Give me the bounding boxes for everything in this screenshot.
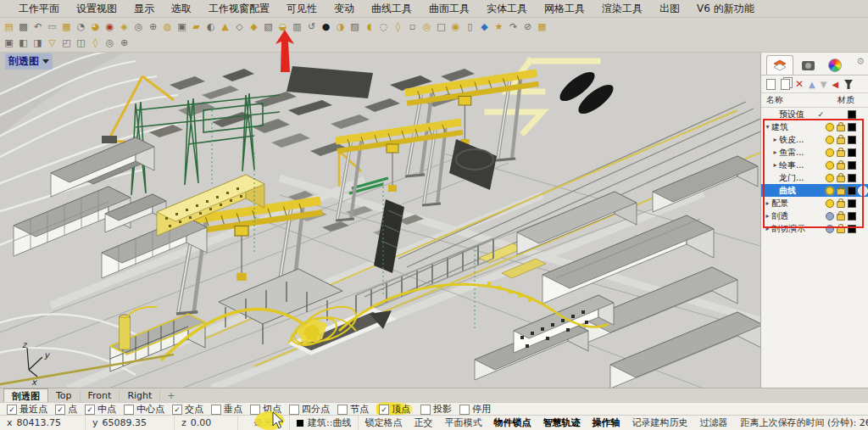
- menu-item[interactable]: 变动: [326, 0, 363, 18]
- left-arrow-icon[interactable]: ◀: [832, 80, 838, 89]
- tab-layers[interactable]: [766, 55, 793, 75]
- layer-lock-cell[interactable]: [835, 122, 846, 131]
- tool-icon[interactable]: ◆: [248, 20, 260, 34]
- checkbox[interactable]: [211, 405, 221, 415]
- bulb-icon[interactable]: [826, 148, 834, 157]
- checkbox[interactable]: [420, 405, 431, 415]
- viewport-title[interactable]: 剖透图: [5, 53, 53, 70]
- checkbox[interactable]: ✓: [55, 405, 65, 415]
- layer-expander-icon[interactable]: ▸: [764, 212, 771, 220]
- menu-item[interactable]: V6 的新功能: [688, 0, 763, 18]
- lock-icon[interactable]: [837, 214, 845, 221]
- layer-expander-icon[interactable]: ▾: [764, 123, 771, 131]
- status-toggle[interactable]: 智慧轨迹: [537, 416, 586, 429]
- osnap-item[interactable]: 中心点: [124, 403, 164, 416]
- checkbox[interactable]: ✓: [85, 405, 95, 415]
- layer-row[interactable]: ▸绘事...: [761, 159, 868, 171]
- tool-icon[interactable]: ◊: [392, 20, 404, 34]
- viewport-tab[interactable]: Front: [81, 389, 120, 402]
- tool-icon[interactable]: ◒: [276, 20, 289, 34]
- tool-icon[interactable]: ▰: [190, 20, 203, 34]
- tool-icon[interactable]: ◖: [363, 20, 376, 34]
- lock-icon[interactable]: [837, 137, 845, 144]
- tool-icon[interactable]: ◎: [132, 20, 145, 34]
- tool-icon[interactable]: ◰: [60, 36, 73, 50]
- layer-color-cell[interactable]: [846, 123, 857, 131]
- filter-icon[interactable]: [843, 79, 854, 90]
- layer-color-cell[interactable]: [846, 225, 857, 233]
- new-viewport-tab-icon[interactable]: +: [160, 390, 181, 401]
- status-toggle[interactable]: 平面模式: [438, 416, 487, 429]
- layer-visibility-cell[interactable]: [824, 212, 835, 221]
- layer-row[interactable]: ▸配景: [761, 197, 868, 209]
- layer-color-cell[interactable]: [846, 161, 857, 170]
- tool-icon[interactable]: ▦: [536, 20, 548, 34]
- osnap-item[interactable]: 停用: [459, 403, 491, 416]
- checkbox[interactable]: [124, 405, 134, 415]
- bulb-icon[interactable]: [826, 199, 834, 208]
- tool-icon[interactable]: ⊕: [147, 20, 159, 34]
- new-layer-icon[interactable]: [766, 79, 776, 90]
- tool-icon[interactable]: ▩: [17, 20, 30, 34]
- tool-icon[interactable]: ▫: [406, 20, 419, 34]
- delete-layer-icon[interactable]: ✕: [795, 79, 804, 89]
- tool-icon[interactable]: ▯: [464, 20, 476, 34]
- status-toggle[interactable]: 记录建构历史: [626, 416, 693, 429]
- osnap-item[interactable]: 节点: [337, 403, 369, 416]
- layer-visibility-cell[interactable]: [824, 148, 835, 157]
- tool-icon[interactable]: ◌: [377, 20, 390, 34]
- viewport-tab[interactable]: Right: [120, 389, 160, 402]
- tool-icon[interactable]: ◫: [75, 36, 87, 50]
- layer-color-cell[interactable]: [846, 110, 857, 119]
- tool-icon[interactable]: ▣: [3, 36, 15, 50]
- copy-layer-icon[interactable]: [781, 79, 790, 90]
- layer-color-cell[interactable]: [846, 136, 857, 144]
- layer-color-swatch[interactable]: [848, 161, 856, 170]
- layer-expander-icon[interactable]: ▸: [771, 161, 779, 169]
- osnap-item[interactable]: ✓交点: [172, 403, 203, 416]
- material-preview-icon[interactable]: [858, 186, 868, 196]
- layer-visibility-cell[interactable]: [824, 123, 835, 131]
- layer-color-cell[interactable]: [846, 148, 857, 157]
- tool-icon[interactable]: ▭: [46, 20, 58, 34]
- status-toggle[interactable]: 操作轴: [586, 416, 626, 429]
- tool-icon[interactable]: ↺: [305, 20, 318, 34]
- menu-item[interactable]: 显示: [125, 0, 163, 18]
- chevron-down-icon[interactable]: [42, 59, 49, 64]
- layer-row[interactable]: 预设值✓: [761, 108, 868, 120]
- tool-icon[interactable]: ★: [492, 20, 505, 34]
- layer-row[interactable]: ▾建筑: [761, 120, 868, 133]
- tool-icon[interactable]: ●: [320, 20, 332, 34]
- viewport-tab[interactable]: Top: [48, 389, 81, 402]
- layer-color-swatch[interactable]: [848, 212, 856, 221]
- lock-icon[interactable]: [837, 150, 845, 157]
- lock-icon[interactable]: [837, 201, 845, 208]
- move-down-icon[interactable]: ▼: [821, 80, 827, 89]
- layer-material-cell[interactable]: [857, 186, 868, 196]
- tool-icon[interactable]: ◨: [31, 36, 44, 50]
- tool-icon[interactable]: ▦: [60, 20, 73, 34]
- layer-expander-icon[interactable]: ▸: [764, 225, 771, 232]
- layer-row[interactable]: ▸剖切演示: [761, 222, 868, 235]
- status-toggle[interactable]: 过滤器: [693, 416, 733, 429]
- layer-color-cell[interactable]: [846, 174, 857, 182]
- tool-icon[interactable]: ◇: [233, 20, 246, 34]
- tool-icon[interactable]: ◕: [89, 20, 102, 34]
- menu-item[interactable]: 工作视窗配置: [200, 0, 278, 18]
- layer-lock-cell[interactable]: [835, 224, 846, 233]
- units-indicator[interactable]: 毫米: [238, 416, 290, 430]
- layer-expander-icon[interactable]: ▸: [764, 199, 771, 207]
- lock-icon[interactable]: [837, 226, 845, 233]
- bulb-icon[interactable]: [826, 123, 834, 131]
- layer-color-swatch[interactable]: [848, 123, 856, 131]
- osnap-item[interactable]: ✓中点: [85, 403, 116, 416]
- layer-visibility-cell[interactable]: [824, 161, 835, 170]
- layer-expander-icon[interactable]: ▸: [771, 136, 779, 143]
- layer-lock-cell[interactable]: [835, 135, 846, 144]
- lock-icon[interactable]: [837, 125, 845, 131]
- tool-icon[interactable]: ◐: [204, 20, 217, 34]
- lock-icon[interactable]: [837, 176, 845, 182]
- viewport-3d[interactable]: 剖透图: [0, 51, 760, 388]
- tool-icon[interactable]: □: [435, 20, 448, 34]
- layer-row[interactable]: 龙门...: [761, 171, 868, 184]
